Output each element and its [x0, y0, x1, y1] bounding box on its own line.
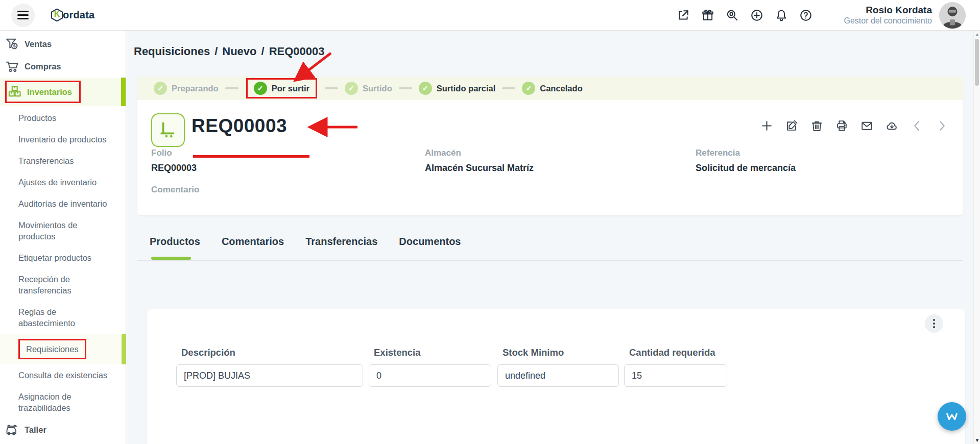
scroll-up-arrow[interactable]: ▲ — [974, 32, 980, 37]
descripcion-input[interactable] — [176, 364, 363, 387]
annotation-redbox-requisiciones: Requisiciones — [18, 339, 86, 359]
step-por-surtir[interactable]: ✓ Por surtir — [254, 82, 309, 95]
chat-widget-button[interactable] — [938, 402, 966, 431]
sidebar-item-etiquetar-productos[interactable]: Etiquetar productos — [18, 247, 126, 268]
annotation-redbox-inventarios: Inventarios — [5, 81, 81, 103]
cantidad-requerida-input[interactable] — [624, 364, 727, 387]
sidebar-item-recepcion-de-transferencias[interactable]: Recepción de transferencias — [18, 268, 126, 301]
user-role: Gestor del conocimiento — [830, 16, 932, 26]
menu-hamburger-button[interactable] — [11, 4, 35, 27]
step-connector — [502, 87, 515, 89]
step-surtido[interactable]: ✓ Surtido — [345, 82, 392, 95]
chat-logo-icon — [944, 409, 960, 424]
next-icon[interactable] — [936, 119, 948, 132]
gift-icon[interactable] — [701, 9, 714, 22]
requisition-cart-icon — [151, 113, 185, 147]
sidebar-item-label: Compras — [25, 62, 61, 71]
car-icon — [5, 423, 19, 437]
tab-comentarios[interactable]: Comentarios — [222, 236, 284, 255]
existencia-input[interactable] — [369, 364, 491, 387]
column-header-cantidad-requerida: Cantidad requerida — [629, 347, 715, 358]
open-external-icon[interactable] — [677, 9, 690, 22]
sidebar-item-inventario-de-productos[interactable]: Inventario de productos — [18, 129, 126, 150]
sidebar-item-ajustes-de-inventario[interactable]: Ajustes de inventario — [18, 171, 126, 193]
sidebar-item-reglas-de-abastecimiento[interactable]: Reglas de abastecimiento — [18, 301, 126, 334]
active-tab-indicator — [151, 257, 191, 260]
sidebar-item-consulta-de-existencias[interactable]: Consulta de existencias — [18, 364, 126, 386]
step-cancelado[interactable]: ✓ Cancelado — [522, 82, 582, 95]
stock-minimo-input[interactable] — [497, 364, 619, 387]
active-indicator — [121, 78, 126, 106]
record-title: REQ00003 — [192, 115, 287, 137]
download-icon[interactable] — [886, 119, 898, 132]
tab-productos[interactable]: Productos — [150, 236, 200, 255]
tab-transferencias[interactable]: Transferencias — [305, 236, 377, 255]
scrollbar-thumb[interactable] — [975, 39, 979, 86]
print-icon[interactable] — [835, 119, 848, 132]
sidebar-item-asignacion-de-trazabilidades[interactable]: Asignacion de trazabilidades — [18, 386, 126, 418]
edit-icon[interactable] — [785, 119, 798, 132]
logo-mark: K — [50, 10, 64, 19]
sidebar-item-requisiciones[interactable]: Requisiciones — [0, 334, 126, 364]
avatar[interactable] — [939, 2, 966, 29]
sidebar: $ Ventas Compras Inventarios Productos I… — [0, 31, 126, 444]
field-comentario: Comentario — [151, 185, 199, 200]
check-icon: ✓ — [254, 82, 267, 95]
delete-icon[interactable] — [810, 119, 823, 132]
inventarios-submenu: Productos Inventario de productos Transf… — [0, 107, 126, 418]
sidebar-item-inventarios[interactable]: Inventarios — [0, 78, 126, 106]
logo-word: ordata — [63, 9, 94, 21]
user-name: Rosio Kordata — [830, 5, 932, 16]
top-bar: K ordata Rosio Kordata Gestor del conoci… — [0, 0, 980, 31]
sidebar-item-label: Ventas — [25, 39, 52, 49]
notifications-icon[interactable] — [775, 9, 788, 22]
step-surtido-parcial[interactable]: ✓ Surtido parcial — [419, 82, 496, 95]
user-block[interactable]: Rosio Kordata Gestor del conocimiento — [830, 5, 932, 26]
funnel-dollar-icon: $ — [5, 37, 19, 51]
products-card: Descripción Existencia Stock Minimo Cant… — [147, 309, 965, 444]
sidebar-item-movimientos-de-productos[interactable]: Movimientos de productos — [18, 214, 126, 247]
check-icon: ✓ — [419, 82, 432, 95]
more-options-button[interactable] — [925, 314, 943, 333]
vertical-scrollbar[interactable]: ▲ ▼ — [973, 31, 980, 444]
shopping-cart-icon — [5, 59, 19, 73]
step-connector — [399, 87, 412, 89]
breadcrumb: Requisiciones/Nuevo/REQ00003 — [134, 45, 325, 58]
search-icon[interactable] — [726, 9, 739, 22]
tabs-divider — [137, 260, 963, 261]
help-icon[interactable] — [799, 9, 812, 22]
check-icon: ✓ — [345, 82, 358, 95]
step-preparando[interactable]: ✓ Preparando — [154, 82, 219, 95]
annotation-redbox-por-surtir: ✓ Por surtir — [246, 78, 317, 98]
record-actions — [760, 119, 948, 132]
topbar-icons — [677, 9, 812, 22]
field-referencia: Referencia Solicitud de mercancía — [696, 148, 796, 174]
previous-icon[interactable] — [911, 119, 923, 132]
sidebar-item-taller[interactable]: Taller — [0, 418, 126, 441]
step-connector — [325, 87, 338, 89]
scroll-down-arrow[interactable]: ▼ — [974, 437, 980, 443]
tab-documentos[interactable]: Documentos — [399, 236, 461, 255]
status-stepper: ✓ Preparando ✓ Por surtir ✓ Surtido ✓ Su… — [137, 77, 963, 100]
column-header-stock-minimo: Stock Minimo — [503, 347, 564, 358]
field-folio: Folio REQ00003 — [151, 148, 197, 174]
sidebar-item-label: Taller — [25, 425, 46, 435]
sidebar-item-transferencias[interactable]: Transferencias — [18, 150, 126, 171]
kordata-logo[interactable]: K ordata — [50, 8, 94, 22]
add-icon[interactable] — [760, 119, 773, 132]
breadcrumb-requisiciones[interactable]: Requisiciones — [134, 45, 210, 58]
breadcrumb-req00003[interactable]: REQ00003 — [269, 45, 325, 58]
sidebar-item-compras[interactable]: Compras — [0, 55, 126, 78]
sidebar-item-ventas[interactable]: $ Ventas — [0, 33, 126, 55]
detail-tabs: Productos Comentarios Transferencias Doc… — [150, 236, 461, 255]
svg-text:$: $ — [13, 43, 16, 48]
boxes-icon — [8, 85, 22, 99]
sidebar-item-auditorias-de-inventario[interactable]: Auditorías de inventario — [18, 193, 126, 214]
email-icon[interactable] — [861, 119, 873, 132]
add-circle-icon[interactable] — [750, 9, 763, 22]
sidebar-item-productos[interactable]: Productos — [18, 107, 126, 129]
check-icon: ✓ — [154, 82, 167, 95]
check-icon: ✓ — [522, 82, 535, 95]
requisition-card: ✓ Preparando ✓ Por surtir ✓ Surtido ✓ Su… — [137, 77, 963, 215]
breadcrumb-nuevo[interactable]: Nuevo — [222, 45, 256, 58]
